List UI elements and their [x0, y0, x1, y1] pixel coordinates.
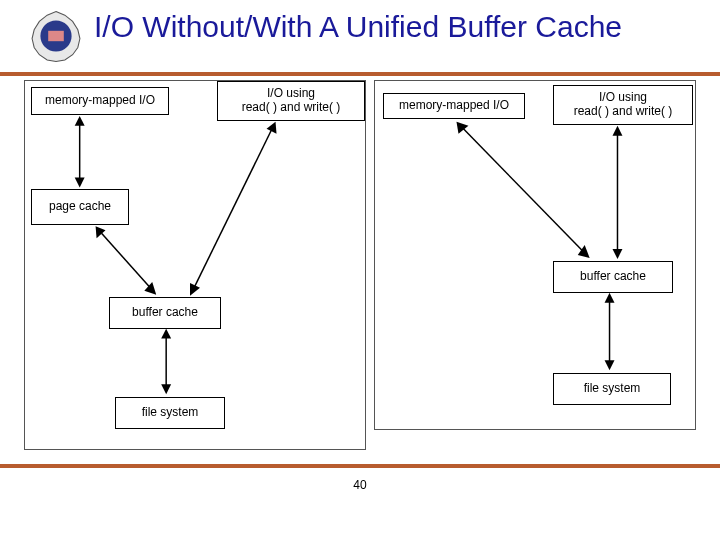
- box-io-rw: I/O using read( ) and write( ): [553, 85, 693, 125]
- svg-marker-13: [161, 329, 171, 339]
- svg-marker-20: [613, 249, 623, 259]
- page-number: 40: [0, 478, 720, 492]
- slide: I/O Without/With A Unified Buffer Cache …: [0, 0, 720, 540]
- title-row: I/O Without/With A Unified Buffer Cache: [0, 0, 720, 66]
- university-logo-icon: [30, 10, 82, 62]
- svg-marker-7: [96, 226, 106, 238]
- svg-marker-11: [190, 283, 200, 296]
- svg-marker-8: [144, 282, 156, 295]
- svg-marker-10: [267, 122, 277, 134]
- box-buffer-cache: buffer cache: [109, 297, 221, 329]
- svg-marker-17: [578, 245, 590, 258]
- arrows-left-icon: [25, 81, 365, 449]
- svg-marker-19: [613, 126, 623, 136]
- svg-line-9: [194, 130, 272, 288]
- box-mmio: memory-mapped I/O: [383, 93, 525, 119]
- svg-line-6: [102, 233, 151, 288]
- svg-line-15: [462, 128, 583, 252]
- divider-bottom: [0, 464, 720, 468]
- svg-marker-23: [605, 360, 615, 370]
- content-area: memory-mapped I/O I/O using read( ) and …: [0, 76, 720, 456]
- box-file-system: file system: [115, 397, 225, 429]
- box-page-cache: page cache: [31, 189, 129, 225]
- panel-without-unified: memory-mapped I/O I/O using read( ) and …: [24, 80, 366, 450]
- svg-marker-4: [75, 116, 85, 126]
- box-mmio: memory-mapped I/O: [31, 87, 169, 115]
- box-file-system: file system: [553, 373, 671, 405]
- svg-marker-14: [161, 384, 171, 394]
- box-buffer-cache: buffer cache: [553, 261, 673, 293]
- svg-marker-16: [456, 122, 468, 134]
- panel-with-unified: memory-mapped I/O I/O using read( ) and …: [374, 80, 696, 430]
- slide-title: I/O Without/With A Unified Buffer Cache: [94, 10, 622, 45]
- svg-marker-5: [75, 178, 85, 188]
- box-io-rw: I/O using read( ) and write( ): [217, 81, 365, 121]
- svg-rect-2: [48, 31, 64, 41]
- svg-marker-22: [605, 293, 615, 303]
